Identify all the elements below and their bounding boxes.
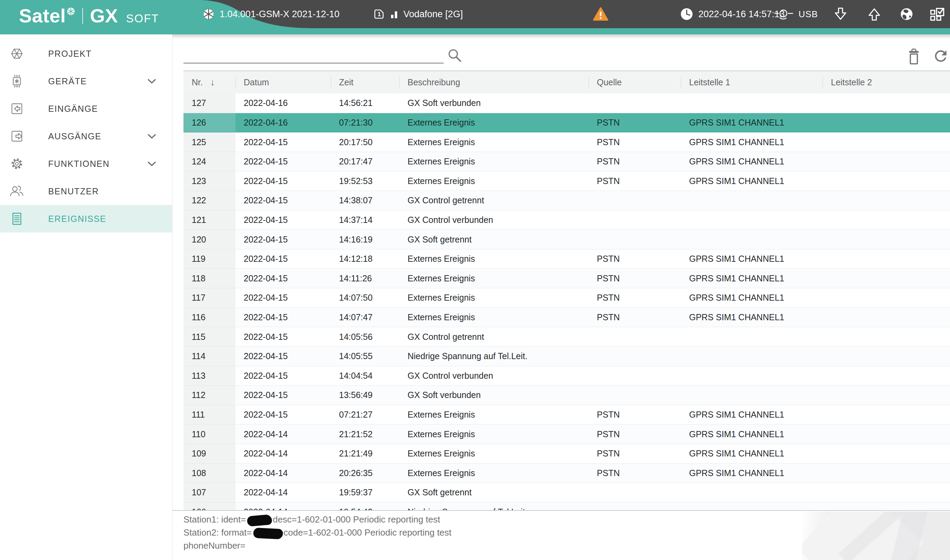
cell-quelle[interactable]: PSTN <box>589 269 681 288</box>
table-row[interactable]: 120 2022-04-15 14:16:19 GX Soft getrennt <box>184 230 950 249</box>
cell-quelle[interactable] <box>589 211 681 230</box>
upload-button[interactable] <box>867 0 882 28</box>
table-row[interactable]: 117 2022-04-15 14:07:50 Externes Ereigni… <box>184 288 950 308</box>
sidebar-item-projekt[interactable]: PROJEKT <box>0 40 172 68</box>
cell-leitstelle1[interactable]: GPRS SIM1 CHANNEL1 <box>681 425 823 444</box>
cell-datum[interactable]: 2022-04-16 <box>236 113 331 133</box>
cell-datum[interactable]: 2022-04-15 <box>236 405 331 425</box>
refresh-button[interactable] <box>932 48 949 66</box>
cell-leitstelle1[interactable]: GPRS SIM1 CHANNEL1 <box>681 288 823 308</box>
cell-leitstelle1[interactable]: GPRS SIM1 CHANNEL1 <box>681 444 823 464</box>
cell-zeit[interactable]: 14:11:26 <box>331 269 399 288</box>
cell-leitstelle1[interactable]: GPRS SIM1 CHANNEL1 <box>681 405 823 425</box>
cell-quelle[interactable] <box>589 94 681 113</box>
cell-leitstelle2[interactable] <box>823 308 950 328</box>
sidebar-item-benutzer[interactable]: BENUTZER <box>0 177 172 205</box>
cell-zeit[interactable]: 14:38:07 <box>331 191 399 211</box>
cell-quelle[interactable]: PSTN <box>589 249 681 269</box>
cell-zeit[interactable]: 14:07:47 <box>331 308 399 328</box>
cell-nr[interactable]: 113 <box>184 366 236 386</box>
cell-quelle[interactable]: PSTN <box>589 288 681 308</box>
column-header-beschreibung[interactable]: Beschreibung <box>399 71 589 94</box>
cell-quelle[interactable]: PSTN <box>589 113 681 133</box>
cell-datum[interactable]: 2022-04-15 <box>236 230 331 249</box>
cell-zeit[interactable]: 20:17:47 <box>331 152 399 172</box>
cell-leitstelle2[interactable] <box>823 191 950 211</box>
cell-leitstelle1[interactable] <box>681 230 823 249</box>
cell-leitstelle2[interactable] <box>823 425 950 444</box>
cell-nr[interactable]: 111 <box>184 405 236 425</box>
cell-leitstelle2[interactable] <box>823 113 950 133</box>
sidebar-item-ereignisse[interactable]: EREIGNISSE <box>0 205 172 232</box>
cell-leitstelle2[interactable] <box>823 327 950 347</box>
table-row[interactable]: 113 2022-04-15 14:04:54 GX Control verbu… <box>184 366 950 386</box>
layout-check-button[interactable] <box>929 0 945 28</box>
table-row[interactable]: 111 2022-04-15 07:21:27 Externes Ereigni… <box>184 405 950 425</box>
cell-datum[interactable]: 2022-04-15 <box>236 288 331 308</box>
cell-nr[interactable]: 119 <box>184 249 236 269</box>
cell-beschreibung[interactable]: GX Control verbunden <box>399 211 589 230</box>
cell-zeit[interactable]: 20:26:35 <box>331 464 399 483</box>
cell-datum[interactable]: 2022-04-15 <box>236 211 331 230</box>
cell-leitstelle2[interactable] <box>823 152 950 172</box>
cell-datum[interactable]: 2022-04-14 <box>236 464 331 483</box>
cell-datum[interactable]: 2022-04-15 <box>236 152 331 172</box>
cell-zeit[interactable]: 14:12:18 <box>331 249 399 269</box>
cell-leitstelle2[interactable] <box>823 347 950 366</box>
sidebar-item-geraete[interactable]: GERÄTE <box>0 68 172 95</box>
cell-nr[interactable]: 108 <box>184 464 236 483</box>
cell-quelle[interactable] <box>589 191 681 211</box>
cell-nr[interactable]: 122 <box>184 191 236 211</box>
column-header-leitstelle-1[interactable]: Leitstelle 1 <box>681 71 823 94</box>
column-header-leitstelle-2[interactable]: Leitstelle 2 <box>823 71 950 94</box>
cell-datum[interactable]: 2022-04-15 <box>236 327 331 347</box>
globe-button[interactable] <box>899 0 914 28</box>
table-row[interactable]: 116 2022-04-15 14:07:47 Externes Ereigni… <box>184 308 950 328</box>
cell-nr[interactable]: 115 <box>184 327 236 347</box>
chevron-down-icon[interactable] <box>147 134 156 140</box>
cell-datum[interactable]: 2022-04-14 <box>236 503 331 510</box>
cell-nr[interactable]: 123 <box>184 171 236 191</box>
cell-datum[interactable]: 2022-04-15 <box>236 347 331 366</box>
cell-quelle[interactable]: PSTN <box>589 152 681 172</box>
sidebar-item-ausgaenge[interactable]: AUSGÄNGE <box>0 123 172 150</box>
cell-nr[interactable]: 114 <box>184 347 236 366</box>
cell-leitstelle1[interactable] <box>681 191 823 211</box>
cell-leitstelle2[interactable] <box>823 171 950 191</box>
cell-zeit[interactable]: 19:59:37 <box>331 483 399 503</box>
cell-beschreibung[interactable]: GX Soft getrennt <box>399 483 589 503</box>
cell-beschreibung[interactable]: Externes Ereignis <box>399 113 589 133</box>
cell-nr[interactable]: 107 <box>184 483 236 503</box>
cell-datum[interactable]: 2022-04-14 <box>236 483 331 503</box>
cell-zeit[interactable]: 20:17:50 <box>331 132 399 152</box>
cell-datum[interactable]: 2022-04-15 <box>236 386 331 405</box>
cell-beschreibung[interactable]: Niedrige Spannung auf Tel.Leit. <box>399 347 589 366</box>
cell-datum[interactable]: 2022-04-15 <box>236 191 331 211</box>
cell-beschreibung[interactable]: GX Soft getrennt <box>399 230 589 249</box>
cell-beschreibung[interactable]: Externes Ereignis <box>399 444 589 464</box>
column-header-zeit[interactable]: Zeit <box>331 71 399 94</box>
cell-leitstelle2[interactable] <box>823 483 950 503</box>
table-row[interactable]: 107 2022-04-14 19:59:37 GX Soft getrennt <box>184 483 950 503</box>
cell-quelle[interactable] <box>589 503 681 510</box>
cell-zeit[interactable]: 14:05:55 <box>331 347 399 366</box>
cell-datum[interactable]: 2022-04-15 <box>236 132 331 152</box>
cell-leitstelle1[interactable]: GPRS SIM1 CHANNEL1 <box>681 249 823 269</box>
cell-leitstelle2[interactable] <box>823 269 950 288</box>
cell-leitstelle2[interactable] <box>823 464 950 483</box>
sidebar-item-eingaenge[interactable]: EINGÄNGE <box>0 95 172 123</box>
cell-quelle[interactable]: PSTN <box>589 464 681 483</box>
cell-quelle[interactable] <box>589 386 681 405</box>
table-row[interactable]: 123 2022-04-15 19:52:53 Externes Ereigni… <box>184 171 950 191</box>
cell-beschreibung[interactable]: Externes Ereignis <box>399 269 589 288</box>
cell-quelle[interactable]: PSTN <box>589 308 681 328</box>
cell-zeit[interactable]: 13:56:49 <box>331 386 399 405</box>
cell-datum[interactable]: 2022-04-14 <box>236 425 331 444</box>
cell-beschreibung[interactable]: Externes Ereignis <box>399 132 589 152</box>
cell-nr[interactable]: 112 <box>184 386 236 405</box>
cell-leitstelle1[interactable] <box>681 386 823 405</box>
cell-leitstelle1[interactable]: GPRS SIM1 CHANNEL1 <box>681 269 823 288</box>
cell-beschreibung[interactable]: Externes Ereignis <box>399 405 589 425</box>
cell-zeit[interactable]: 19:54:42 <box>331 503 399 510</box>
cell-datum[interactable]: 2022-04-15 <box>236 249 331 269</box>
